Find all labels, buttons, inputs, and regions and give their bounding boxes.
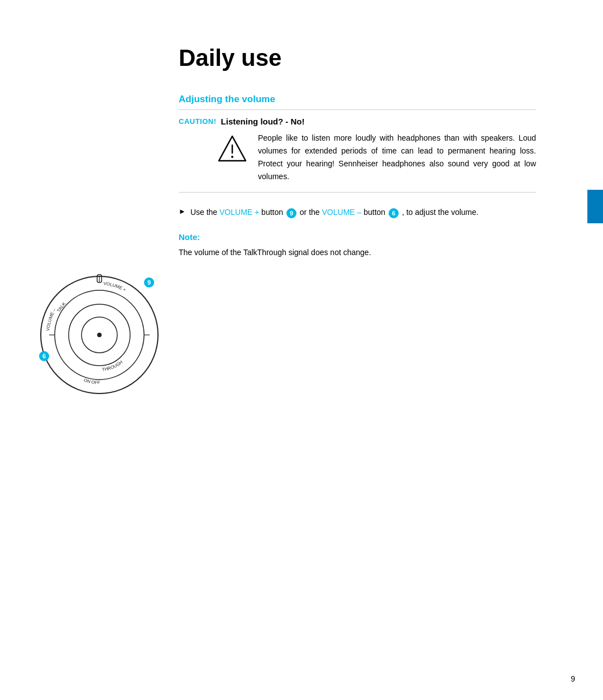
- badge-6-inline: 6: [389, 208, 399, 218]
- instruction-prefix: Use the: [190, 208, 217, 217]
- bookmark-tab: [587, 190, 603, 223]
- caution-title: Listening loud? - No!: [221, 117, 305, 126]
- badge-9-inline: 9: [286, 208, 296, 218]
- caution-label: CAUTION!: [179, 117, 217, 126]
- dial-container: VOLUME – TALK VOLUME + THROUGH ON OFF: [38, 274, 166, 402]
- caution-header: CAUTION! Listening loud? - No!: [179, 117, 536, 126]
- instruction-suffix: button: [363, 208, 387, 217]
- svg-point-16: [97, 333, 102, 337]
- volume-minus-label: VOLUME –: [322, 208, 362, 217]
- section-heading: Adjusting the volume: [179, 94, 536, 105]
- badge-6-dial: 6: [39, 351, 49, 361]
- svg-text:THROUGH: THROUGH: [102, 359, 123, 372]
- warning-triangle-icon: [218, 134, 247, 163]
- note-heading: Note:: [179, 232, 536, 242]
- instruction-text: Use the VOLUME + button 9 or the VOLUME …: [190, 206, 478, 219]
- page-title: Daily use: [179, 45, 536, 71]
- page-content: Daily use Adjusting the volume CAUTION! …: [179, 45, 536, 260]
- instruction-end: , to adjust the volume.: [402, 208, 478, 217]
- page-number: 9: [571, 674, 575, 683]
- arrow-bullet-icon: ►: [179, 207, 186, 215]
- note-section: Note: The volume of the TalkThrough sign…: [179, 232, 536, 259]
- top-divider: [179, 109, 536, 110]
- badge-9-dial: 9: [144, 277, 154, 287]
- bottom-divider: [179, 192, 536, 193]
- caution-text: People like to listen more loudly with h…: [258, 132, 536, 183]
- svg-text:TALK: TALK: [56, 301, 67, 313]
- note-text: The volume of the TalkThrough signal doe…: [179, 246, 536, 259]
- volume-plus-label: VOLUME +: [219, 208, 259, 217]
- instruction-or: or the: [300, 208, 322, 217]
- caution-box: CAUTION! Listening loud? - No! People li…: [179, 117, 536, 183]
- caution-body: People like to listen more loudly with h…: [218, 132, 536, 183]
- instruction-mid: button: [261, 208, 285, 217]
- instruction-row: ► Use the VOLUME + button 9 or the VOLUM…: [179, 206, 536, 219]
- svg-point-2: [231, 156, 233, 158]
- dial-svg: VOLUME – TALK VOLUME + THROUGH ON OFF: [38, 274, 161, 396]
